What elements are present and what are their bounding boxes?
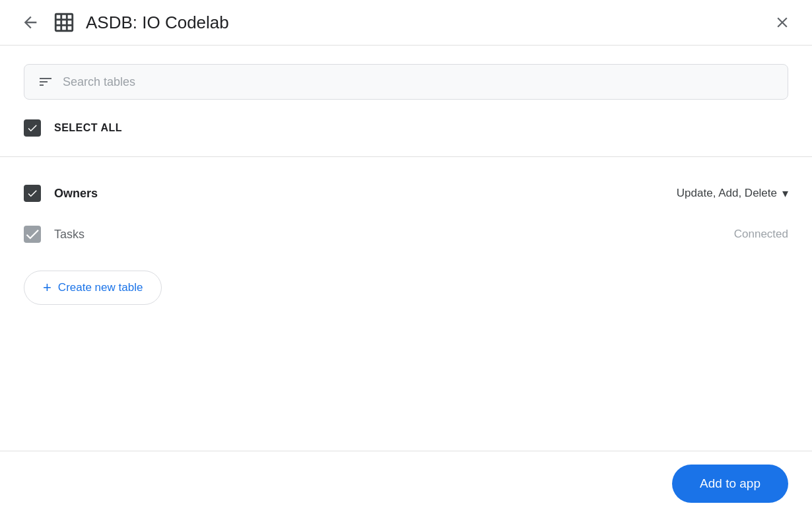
dropdown-arrow-icon: ▾ xyxy=(782,186,788,201)
create-new-label: Create new table xyxy=(58,281,143,294)
table-row: Tasks Connected xyxy=(24,214,788,255)
owners-action-text: Update, Add, Delete xyxy=(677,187,777,200)
search-input[interactable] xyxy=(63,75,774,89)
owners-action-dropdown[interactable]: Update, Add, Delete ▾ xyxy=(677,186,788,201)
divider-top xyxy=(0,156,812,157)
tasks-connected-label: Connected xyxy=(734,228,788,241)
owners-table-name: Owners xyxy=(54,187,663,201)
tasks-table-name: Tasks xyxy=(54,228,721,242)
select-all-label: SELECT ALL xyxy=(54,122,122,134)
body: SELECT ALL Owners Update, Add, Delete ▾ xyxy=(0,46,812,451)
filter-icon xyxy=(38,74,53,90)
table-list: Owners Update, Add, Delete ▾ Tasks Conne… xyxy=(24,173,788,255)
create-new-section: + Create new table xyxy=(24,271,788,305)
header: ASDB: IO Codelab xyxy=(0,0,812,46)
table-row: Owners Update, Add, Delete ▾ xyxy=(24,173,788,214)
tasks-checkbox[interactable] xyxy=(24,226,41,243)
back-button[interactable] xyxy=(18,11,42,34)
select-all-checkbox[interactable] xyxy=(24,119,41,137)
add-to-app-button[interactable]: Add to app xyxy=(672,465,788,503)
footer: Add to app xyxy=(0,451,812,516)
dialog: ASDB: IO Codelab SELECT ALL xyxy=(0,0,812,516)
table-icon xyxy=(53,11,75,34)
owners-checkbox[interactable] xyxy=(24,185,41,202)
svg-rect-0 xyxy=(55,14,73,31)
dialog-title: ASDB: IO Codelab xyxy=(86,13,761,33)
create-new-table-button[interactable]: + Create new table xyxy=(24,271,162,305)
plus-icon: + xyxy=(43,280,51,295)
close-button[interactable] xyxy=(771,11,794,34)
search-container[interactable] xyxy=(24,64,788,100)
select-all-row: SELECT ALL xyxy=(24,115,788,141)
